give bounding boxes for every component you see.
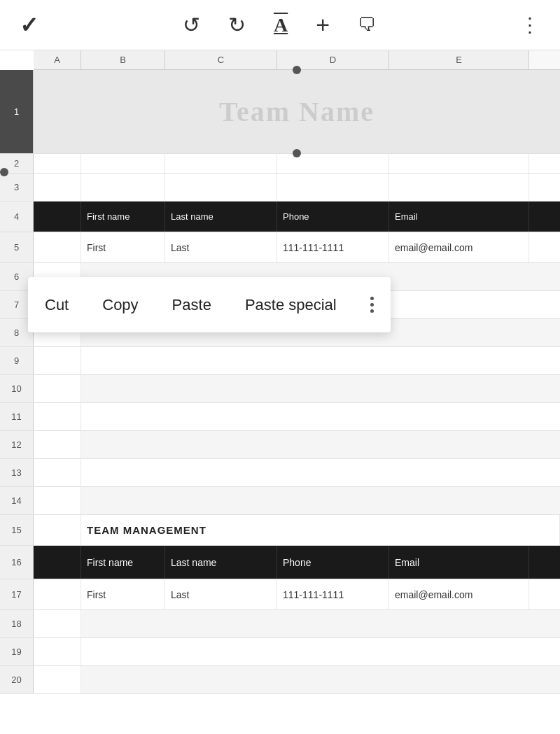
selection-handle-top[interactable]	[293, 66, 301, 74]
dot3	[370, 309, 374, 313]
cell-16b-firstname[interactable]: First name	[81, 546, 165, 579]
cell-5c[interactable]: Last	[165, 232, 277, 262]
copy-menu-item[interactable]: Copy	[85, 288, 155, 323]
cell-5d[interactable]: 111-111-1111	[277, 232, 389, 262]
cell-5a[interactable]	[34, 232, 81, 262]
cell-16d-phone[interactable]: Phone	[277, 546, 389, 579]
cell-19-rest[interactable]	[81, 638, 560, 665]
redo-icon[interactable]: ↻	[225, 10, 248, 40]
cell-20a[interactable]	[34, 666, 81, 693]
cell-15a[interactable]	[34, 515, 81, 545]
selection-handle-bottom[interactable]	[293, 149, 301, 157]
cell-17a[interactable]	[34, 579, 81, 609]
row-num-20: 20	[0, 666, 34, 693]
row-num-10: 10	[0, 375, 34, 402]
context-menu-more-icon[interactable]	[354, 283, 391, 327]
check-icon[interactable]: ✓	[17, 9, 41, 41]
cell-14a[interactable]	[34, 487, 81, 514]
toolbar: ✓ ↺ ↻ A + 🗨 ⋮	[0, 0, 560, 50]
row-num-14: 14	[0, 487, 34, 514]
cell-14-rest[interactable]	[81, 487, 560, 514]
row-15: 15 TEAM MANAGEMENT	[0, 515, 560, 546]
toolbar-right: ⋮	[517, 10, 543, 39]
cell-13a[interactable]	[34, 459, 81, 486]
cell-16a[interactable]	[34, 546, 81, 579]
cell-20-rest[interactable]	[81, 666, 560, 693]
cell-9a[interactable]	[34, 347, 81, 374]
cell-18a[interactable]	[34, 610, 81, 637]
row-resize-handle[interactable]	[0, 168, 8, 176]
cell-17d[interactable]: 111-111-1111	[277, 579, 389, 609]
paste-special-menu-item[interactable]: Paste special	[228, 288, 354, 323]
row-10: 10	[0, 375, 560, 403]
cell-2c[interactable]	[165, 154, 277, 173]
cell-19a[interactable]	[34, 638, 81, 665]
row-12: 12	[0, 431, 560, 459]
col-header-c: C	[165, 50, 277, 69]
cell-4a[interactable]	[34, 202, 81, 232]
cell-11-rest[interactable]	[81, 403, 560, 430]
comment-icon[interactable]: 🗨	[355, 11, 379, 38]
cell-2e[interactable]	[389, 154, 529, 173]
cell-12-rest[interactable]	[81, 431, 560, 458]
cell-15-team-management[interactable]: TEAM MANAGEMENT	[81, 515, 560, 545]
row-num-18: 18	[0, 610, 34, 637]
cell-3a[interactable]	[34, 174, 81, 201]
cell-2b[interactable]	[81, 154, 165, 173]
cell-5b[interactable]: First	[81, 232, 165, 262]
cell-9-rest[interactable]	[81, 347, 560, 374]
team-management-label: TEAM MANAGEMENT	[87, 524, 206, 536]
cell-17b[interactable]: First	[81, 579, 165, 609]
cell-18-rest[interactable]	[81, 610, 560, 637]
cell-12a[interactable]	[34, 431, 81, 458]
row-num-9: 9	[0, 347, 34, 374]
cell-17e[interactable]: email@email.com	[389, 579, 529, 609]
undo-icon[interactable]: ↺	[180, 10, 203, 40]
cut-menu-item[interactable]: Cut	[28, 288, 85, 323]
row-num-4: 4	[0, 202, 34, 232]
merged-cell-1[interactable]: Team Name	[34, 70, 560, 153]
row-19: 19	[0, 638, 560, 666]
cell-3b[interactable]	[81, 174, 165, 201]
row-num-16: 16	[0, 546, 34, 579]
cell-5e[interactable]: email@email.com	[389, 232, 529, 262]
col-header-e: E	[389, 50, 529, 69]
cell-3d[interactable]	[277, 174, 389, 201]
row-5: 5 First Last 111-111-1111 email@email.co…	[0, 232, 560, 263]
row-16: 16 First name Last name Phone Email	[0, 546, 560, 579]
row-num-17: 17	[0, 579, 34, 609]
cell-16e-email[interactable]: Email	[389, 546, 529, 579]
cell-13-rest[interactable]	[81, 459, 560, 486]
cell-4d-phone[interactable]: Phone	[277, 202, 389, 232]
cell-4c-lastname[interactable]: Last name	[165, 202, 277, 232]
row-3: 3	[0, 174, 560, 202]
paste-menu-item[interactable]: Paste	[155, 288, 228, 323]
cell-2a[interactable]	[34, 154, 81, 173]
add-icon[interactable]: +	[313, 8, 332, 41]
spreadsheet-container: A B C D E 1 Team Name 2 3	[0, 50, 560, 694]
row-18: 18	[0, 610, 560, 638]
cell-11a[interactable]	[34, 403, 81, 430]
row-4: 4 First name Last name Phone Email	[0, 202, 560, 232]
toolbar-center: ↺ ↻ A + 🗨	[180, 8, 379, 41]
row-num-19: 19	[0, 638, 34, 665]
cell-17c[interactable]: Last	[165, 579, 277, 609]
cell-10-rest[interactable]	[81, 375, 560, 402]
cell-3e[interactable]	[389, 174, 529, 201]
dots-vertical-icon	[365, 291, 379, 318]
font-icon[interactable]: A	[271, 11, 290, 39]
toolbar-left: ✓	[17, 9, 41, 41]
team-name-text: Team Name	[219, 95, 374, 128]
cell-16c-lastname[interactable]: Last name	[165, 546, 277, 579]
row-9: 9	[0, 347, 560, 375]
row-14: 14	[0, 487, 560, 515]
dot2	[370, 303, 374, 306]
more-icon[interactable]: ⋮	[517, 10, 543, 39]
cell-4b-firstname[interactable]: First name	[81, 202, 165, 232]
row-17: 17 First Last 111-111-1111 email@email.c…	[0, 579, 560, 610]
cell-3c[interactable]	[165, 174, 277, 201]
cell-4e-email[interactable]: Email	[389, 202, 529, 232]
row-1: 1 Team Name	[0, 70, 560, 154]
cell-10a[interactable]	[34, 375, 81, 402]
col-header-a: A	[34, 50, 81, 69]
